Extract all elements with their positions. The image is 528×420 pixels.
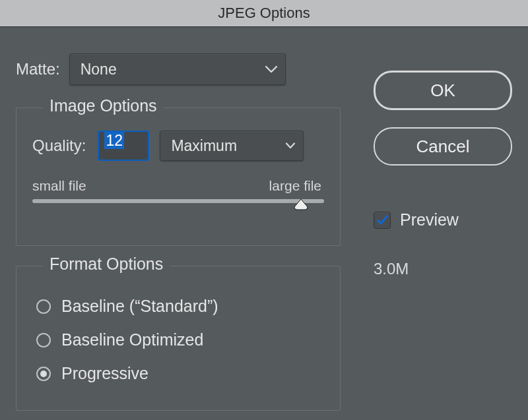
format-option-label: Baseline (“Standard”)	[61, 297, 218, 316]
radio-icon	[36, 299, 51, 314]
ok-button-label: OK	[430, 80, 455, 101]
preview-checkbox-row[interactable]: Preview	[374, 210, 512, 229]
format-option-baseline-optimized[interactable]: Baseline Optimized	[36, 330, 324, 349]
radio-icon	[36, 367, 51, 381]
radio-icon	[36, 333, 51, 347]
matte-select-value: None	[81, 61, 117, 78]
chevron-down-icon	[286, 142, 295, 149]
window-title: JPEG Options	[218, 5, 310, 22]
cancel-button-label: Cancel	[416, 136, 470, 157]
matte-select[interactable]: None	[69, 53, 286, 85]
quality-preset-value: Maximum	[171, 137, 237, 155]
quality-row: Quality: 12 Maximum	[32, 131, 324, 161]
quality-value: 12	[104, 132, 124, 149]
format-option-baseline-standard[interactable]: Baseline (“Standard”)	[36, 297, 324, 316]
quality-input[interactable]: 12	[98, 131, 149, 161]
quality-slider[interactable]	[32, 199, 324, 203]
file-size-readout: 3.0M	[374, 260, 512, 278]
ok-button[interactable]: OK	[374, 71, 512, 110]
checkbox-icon	[374, 212, 391, 229]
format-options-legend: Format Options	[43, 255, 170, 274]
slider-max-label: large file	[269, 178, 321, 194]
window-titlebar: JPEG Options	[0, 0, 528, 27]
quality-slider-group: small file large file	[32, 178, 324, 203]
format-option-progressive[interactable]: Progressive	[36, 364, 324, 383]
matte-label: Matte:	[16, 60, 60, 78]
slider-thumb-icon[interactable]	[293, 198, 309, 210]
format-options-group: Format Options Baseline (“Standard”) Bas…	[16, 266, 341, 411]
image-options-legend: Image Options	[43, 96, 164, 115]
slider-min-label: small file	[32, 178, 86, 194]
image-options-group: Image Options Quality: 12 Maximum small …	[16, 107, 341, 246]
preview-label: Preview	[400, 210, 459, 229]
quality-preset-select[interactable]: Maximum	[160, 131, 304, 161]
format-option-label: Progressive	[61, 364, 148, 383]
quality-label: Quality:	[32, 136, 86, 155]
cancel-button[interactable]: Cancel	[374, 127, 512, 165]
format-option-label: Baseline Optimized	[61, 330, 203, 349]
chevron-down-icon	[265, 65, 277, 73]
